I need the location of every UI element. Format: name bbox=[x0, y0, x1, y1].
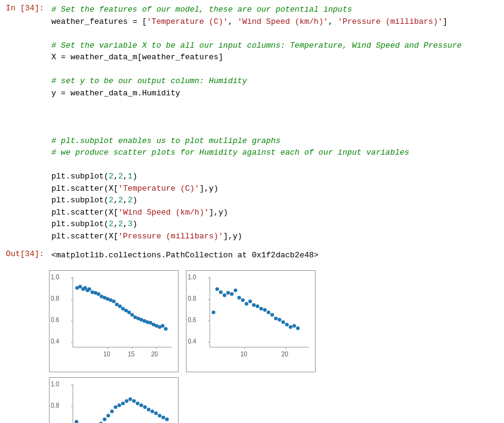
code-token-varname: Humidity bbox=[142, 89, 180, 98]
code-token-num: 2 bbox=[118, 196, 123, 205]
svg-point-84 bbox=[296, 326, 300, 330]
svg-point-69 bbox=[241, 298, 245, 302]
code-token-br: ) bbox=[133, 196, 138, 205]
code-token-eq: = bbox=[56, 89, 70, 98]
code-token-num: 2 bbox=[118, 172, 123, 181]
code-token-varname: weather_features bbox=[142, 53, 218, 62]
svg-point-33 bbox=[124, 309, 128, 312]
code-token-varname: X bbox=[51, 53, 56, 62]
svg-point-82 bbox=[289, 325, 292, 329]
plots-row-2: 1.0 0.8 0.6 0.4 1007.5 1010.0 1012.5 101… bbox=[49, 377, 504, 424]
svg-text:0.4: 0.4 bbox=[51, 338, 59, 345]
svg-point-123 bbox=[128, 397, 132, 401]
svg-text:10: 10 bbox=[103, 351, 111, 358]
code-line bbox=[51, 64, 502, 76]
code-line bbox=[51, 159, 502, 171]
code-token-br: ( bbox=[104, 208, 109, 217]
code-token-br: ] bbox=[443, 17, 448, 26]
code-token-num: 2 bbox=[128, 196, 133, 205]
svg-point-31 bbox=[118, 304, 122, 308]
cell-in-label: In [34]: bbox=[0, 2, 49, 13]
code-token-varname: plt bbox=[51, 232, 65, 241]
svg-point-46 bbox=[164, 327, 168, 331]
code-token-varname: plt bbox=[51, 184, 65, 193]
code-token-varname: plt bbox=[51, 208, 65, 217]
svg-text:0.8: 0.8 bbox=[188, 295, 196, 302]
notebook: In [34]: # Set the features of our model… bbox=[0, 0, 504, 423]
svg-point-21 bbox=[87, 287, 91, 291]
code-token-br: ) bbox=[237, 232, 242, 241]
code-token-num: 1 bbox=[128, 172, 133, 181]
code-token-op: , bbox=[204, 184, 209, 193]
svg-point-67 bbox=[234, 289, 237, 292]
svg-point-30 bbox=[115, 303, 119, 306]
code-token-br: ( bbox=[104, 232, 109, 241]
svg-point-76 bbox=[267, 311, 270, 314]
svg-point-40 bbox=[146, 320, 149, 324]
code-line: plt.scatter(X['Wind Speed (km/h)'],y) bbox=[51, 207, 502, 219]
svg-point-22 bbox=[91, 290, 94, 294]
code-line: # Set the variable X to be all our input… bbox=[51, 40, 502, 52]
code-line: plt.scatter(X['Pressure (millibars)'],y) bbox=[51, 230, 502, 243]
code-token-varname: y bbox=[218, 208, 223, 217]
code-token-br: ] bbox=[218, 53, 223, 62]
code-token-br: ( bbox=[104, 184, 109, 193]
code-token-br: ) bbox=[133, 172, 138, 181]
svg-point-78 bbox=[274, 317, 278, 320]
svg-text:20: 20 bbox=[281, 351, 289, 358]
code-line: # we produce scatter plots for Humidity … bbox=[51, 147, 502, 159]
code-token-funcname: subplot bbox=[70, 196, 104, 205]
code-token-string: 'Temperature (C)' bbox=[147, 17, 228, 26]
code-token-br: ( bbox=[104, 196, 109, 205]
svg-point-130 bbox=[154, 411, 158, 415]
svg-point-133 bbox=[165, 417, 169, 421]
code-token-br: ) bbox=[213, 184, 218, 193]
plot-2: 1.0 0.8 0.6 0.4 10 20 bbox=[186, 270, 316, 372]
svg-text:0.6: 0.6 bbox=[188, 317, 196, 323]
code-line: # Set the features of our model, these a… bbox=[51, 4, 502, 16]
code-token-op: , bbox=[123, 172, 128, 181]
svg-point-127 bbox=[143, 405, 147, 409]
svg-point-125 bbox=[136, 402, 139, 405]
code-token-funcname: scatter bbox=[70, 232, 104, 241]
svg-point-105 bbox=[75, 420, 78, 424]
code-token-funcname: scatter bbox=[70, 208, 104, 217]
svg-point-41 bbox=[149, 321, 152, 325]
svg-text:20: 20 bbox=[151, 351, 158, 358]
code-token-string: 'Wind Speed (km/h)' bbox=[118, 208, 209, 217]
code-line: weather_features = ['Temperature (C)', '… bbox=[51, 16, 502, 28]
svg-point-34 bbox=[127, 311, 131, 314]
code-token-br: ] bbox=[199, 184, 204, 193]
code-token-string: 'Wind Speed (km/h)' bbox=[237, 17, 328, 26]
input-cell: In [34]: # Set the features of our model… bbox=[0, 0, 504, 246]
code-line: # plt.subplot enables us to plot mutlipl… bbox=[51, 135, 502, 147]
svg-point-75 bbox=[263, 308, 267, 312]
code-comment: # set y to be our output column: Humidit… bbox=[51, 76, 247, 86]
code-token-varname: plt bbox=[51, 219, 65, 229]
code-token-funcname: subplot bbox=[70, 219, 104, 229]
svg-point-128 bbox=[147, 408, 150, 411]
code-token-br: ) bbox=[133, 219, 138, 229]
code-comment: # Set the variable X to be all our input… bbox=[51, 41, 462, 50]
svg-point-80 bbox=[281, 320, 285, 324]
svg-point-116 bbox=[103, 417, 106, 421]
svg-point-73 bbox=[256, 304, 259, 308]
svg-text:15: 15 bbox=[128, 351, 135, 358]
plot-3-svg: 1.0 0.8 0.6 0.4 1007.5 1010.0 1012.5 101… bbox=[50, 378, 178, 424]
svg-point-121 bbox=[121, 402, 125, 405]
svg-point-129 bbox=[150, 410, 154, 413]
svg-point-17 bbox=[78, 285, 82, 289]
code-line: plt.subplot(2,2,3) bbox=[51, 218, 502, 230]
plot-2-svg: 1.0 0.8 0.6 0.4 10 20 bbox=[187, 271, 315, 372]
code-token-op: , bbox=[228, 17, 238, 26]
code-token-string: 'Temperature (C)' bbox=[118, 184, 199, 193]
svg-text:10: 10 bbox=[240, 351, 248, 358]
code-content: # Set the features of our model, these a… bbox=[49, 2, 504, 243]
svg-point-64 bbox=[223, 293, 226, 297]
svg-text:0.8: 0.8 bbox=[51, 295, 59, 302]
svg-point-32 bbox=[121, 307, 125, 311]
code-token-op: , bbox=[123, 196, 128, 205]
code-line: # set y to be our output column: Humidit… bbox=[51, 75, 502, 87]
svg-point-65 bbox=[226, 291, 230, 295]
code-token-br: ( bbox=[104, 219, 109, 229]
